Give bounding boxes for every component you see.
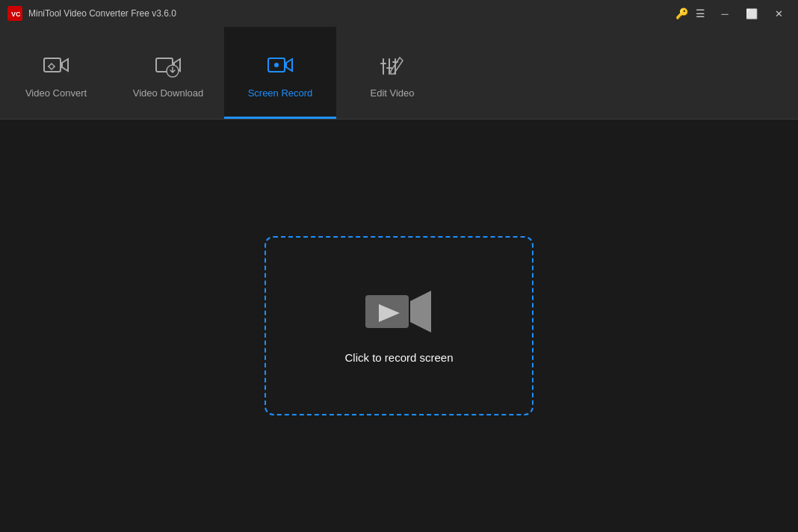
tab-edit-video-label: Edit Video	[370, 87, 414, 99]
minimize-button[interactable]: ─	[713, 4, 737, 22]
video-download-icon	[155, 53, 182, 80]
title-bar: VC MiniTool Video Converter Free v3.6.0 …	[0, 0, 798, 27]
tab-video-convert[interactable]: Video Convert	[0, 27, 112, 119]
tab-video-convert-label: Video Convert	[25, 87, 87, 99]
hamburger-icon: ☰	[696, 7, 705, 19]
svg-text:VC: VC	[11, 10, 20, 18]
tab-video-download[interactable]: Video Download	[112, 27, 224, 119]
app-title: MiniTool Video Converter Free v3.6.0	[28, 8, 176, 19]
app-logo: VC	[7, 6, 22, 21]
restore-button[interactable]: ⬜	[740, 4, 764, 22]
svg-marker-9	[410, 291, 431, 332]
svg-point-6	[274, 63, 279, 67]
tab-video-download-label: Video Download	[133, 87, 203, 99]
edit-video-icon	[379, 53, 406, 80]
close-button[interactable]: ✕	[767, 4, 791, 22]
title-bar-controls: 🔑 ☰ ─ ⬜ ✕	[675, 4, 791, 22]
record-area[interactable]: Click to record screen	[265, 236, 533, 415]
tab-screen-record-label: Screen Record	[248, 87, 313, 99]
video-convert-icon	[43, 53, 69, 80]
tab-edit-video[interactable]: Edit Video	[336, 27, 448, 119]
record-camera-icon	[365, 288, 433, 336]
main-content: Click to record screen	[0, 120, 798, 532]
tab-screen-record[interactable]: Screen Record	[224, 27, 336, 119]
record-label: Click to record screen	[344, 351, 453, 364]
screen-record-icon	[267, 53, 294, 80]
key-icon: 🔑	[675, 7, 688, 19]
nav-bar: Video Convert Video Download Screen Reco…	[0, 27, 798, 120]
title-bar-left: VC MiniTool Video Converter Free v3.6.0	[7, 6, 176, 21]
